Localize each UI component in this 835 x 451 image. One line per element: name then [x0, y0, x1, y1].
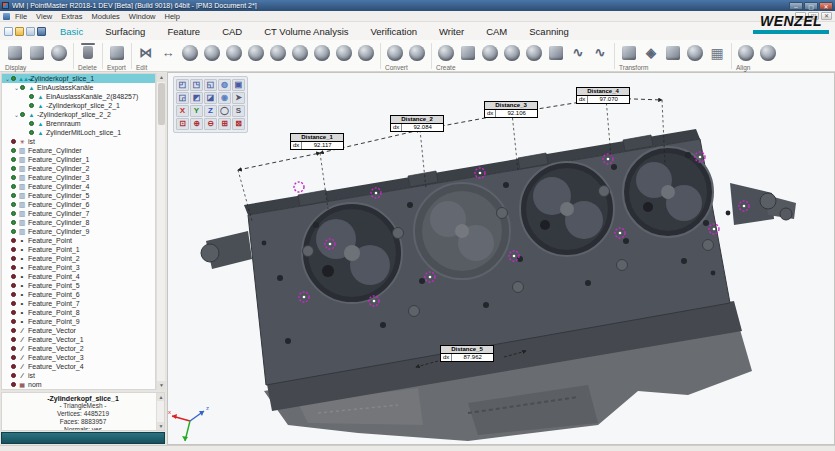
refine-mesh-icon[interactable]: [268, 43, 288, 63]
visibility-icon[interactable]: [11, 319, 16, 324]
tab-cam[interactable]: CAM: [486, 26, 507, 37]
visibility-icon[interactable]: [11, 166, 16, 171]
tree-item-feature-vector-1[interactable]: ∕Feature_Vector_1: [2, 335, 155, 344]
visibility-icon[interactable]: [29, 121, 34, 126]
collapsed-panel-bar[interactable]: [1, 432, 165, 444]
visibility-icon[interactable]: [11, 328, 16, 333]
menu-extras[interactable]: Extras: [61, 12, 82, 21]
tab-scanning[interactable]: Scanning: [529, 26, 569, 37]
view-bottom-icon[interactable]: ◩: [190, 92, 203, 104]
tab-basic[interactable]: Basic: [60, 26, 83, 37]
visibility-icon[interactable]: [11, 148, 16, 153]
visibility-icon[interactable]: [11, 229, 16, 234]
tree-item-feature-cylinder-6[interactable]: ▥Feature_Cylinder_6: [2, 200, 155, 209]
visibility-icon[interactable]: [11, 139, 16, 144]
tree-item-feature-cylinder-1[interactable]: ▥Feature_Cylinder_1: [2, 155, 155, 164]
tree-item--zylinderkopf-slice-2-1[interactable]: ▲-Zylinderkopf_slice_2_1: [2, 101, 155, 110]
visibility-icon[interactable]: [11, 247, 16, 252]
expander-icon[interactable]: ⌄: [13, 84, 20, 91]
visibility-icon[interactable]: [11, 283, 16, 288]
menu-file[interactable]: File: [15, 12, 27, 21]
visibility-icon[interactable]: [11, 310, 16, 315]
create-cylinder-icon[interactable]: [524, 43, 544, 63]
tree-item-ist[interactable]: ✳ist: [2, 137, 155, 146]
tree-item-feature-point-7[interactable]: •Feature_Point_7: [2, 299, 155, 308]
align-bestfit-icon[interactable]: [736, 43, 756, 63]
visibility-icon[interactable]: [11, 256, 16, 261]
rotate-diamond-icon[interactable]: ◈: [641, 43, 661, 63]
menu-view[interactable]: View: [36, 12, 52, 21]
tree-item-feature-point-1[interactable]: •Feature_Point_1: [2, 245, 155, 254]
tree-item-feature-cylinder-7[interactable]: ▥Feature_Cylinder_7: [2, 209, 155, 218]
view-screen-icon[interactable]: ▣: [232, 79, 245, 91]
visibility-icon[interactable]: [11, 373, 16, 378]
visibility-icon[interactable]: [11, 175, 16, 180]
zoom-previous-icon[interactable]: ⊠: [232, 118, 245, 130]
axis-z-icon[interactable]: Z: [204, 105, 217, 117]
tree-item-feature-cylinder-4[interactable]: ▥Feature_Cylinder_4: [2, 182, 155, 191]
axis-y-icon[interactable]: Y: [190, 105, 203, 117]
view-front-icon[interactable]: ◰: [176, 79, 189, 91]
new-document-icon[interactable]: [4, 27, 13, 36]
expander-icon[interactable]: ⌄: [13, 111, 20, 118]
view-section-icon[interactable]: S: [232, 105, 245, 117]
scroll-down-icon[interactable]: ▼: [157, 381, 166, 390]
visibility-icon[interactable]: [11, 355, 16, 360]
tree-item-feature-point-6[interactable]: •Feature_Point_6: [2, 290, 155, 299]
create-sphere-icon[interactable]: [436, 43, 456, 63]
tab-ct-volume-analysis[interactable]: CT Volume Analysis: [264, 26, 348, 37]
export-file-icon[interactable]: [107, 43, 127, 63]
tree-item-feature-vector-3[interactable]: ∕Feature_Vector_3: [2, 353, 155, 362]
visibility-icon[interactable]: [11, 238, 16, 243]
display-mode-icon[interactable]: [5, 43, 25, 63]
zoom-fit-icon[interactable]: ⊡: [176, 118, 189, 130]
sharpen-mesh-icon[interactable]: [202, 43, 222, 63]
align-coordinate-icon[interactable]: [758, 43, 778, 63]
tree-item-feature-cylinder-9[interactable]: ▥Feature_Cylinder_9: [2, 227, 155, 236]
mirror-object-icon[interactable]: [685, 43, 705, 63]
delete-trash-icon[interactable]: [78, 43, 98, 63]
point-size-icon[interactable]: [49, 43, 69, 63]
view-top-icon[interactable]: ◲: [176, 92, 189, 104]
create-box-icon[interactable]: [546, 43, 566, 63]
visibility-icon[interactable]: [29, 103, 34, 108]
tree-item-zylindermitloch-slice-1[interactable]: ▲ZylinderMitLoch_slice_1: [2, 128, 155, 137]
tree-item-feature-cylinder-5[interactable]: ▥Feature_Cylinder_5: [2, 191, 155, 200]
scroll-thumb[interactable]: [158, 83, 165, 125]
section-mesh-icon[interactable]: [290, 43, 310, 63]
info-scroll-up-icon[interactable]: ▲: [157, 393, 165, 401]
visibility-icon[interactable]: [20, 85, 25, 90]
menu-modules[interactable]: Modules: [91, 12, 119, 21]
view-back-icon[interactable]: ◳: [190, 79, 203, 91]
menu-help[interactable]: Help: [165, 12, 180, 21]
visibility-icon[interactable]: [11, 157, 16, 162]
offset-mesh-icon[interactable]: [246, 43, 266, 63]
tree-item-feature-point-8[interactable]: •Feature_Point_8: [2, 308, 155, 317]
cylinder-bore-3[interactable]: [520, 162, 614, 256]
visibility-icon[interactable]: [29, 130, 34, 135]
tab-feature[interactable]: Feature: [167, 26, 200, 37]
tree-item-feature-point-5[interactable]: •Feature_Point_5: [2, 281, 155, 290]
tree-item-feature-point-2[interactable]: •Feature_Point_2: [2, 254, 155, 263]
tree-item-einauslasskan-le-2-848257-[interactable]: ▲EinAuslassKanäle_2(848257): [2, 92, 155, 101]
visibility-icon[interactable]: [29, 94, 34, 99]
title-bar[interactable]: WM | PointMaster R2018-1 DEV [Beta] (Bui…: [0, 0, 835, 11]
info-scrollbar[interactable]: ▲ ▼: [156, 393, 164, 430]
dimension-annotation-distance-4[interactable]: Distance_4dx97.070: [576, 87, 630, 104]
open-file-icon[interactable]: [15, 27, 24, 36]
fan-triangles-icon[interactable]: ⋈: [136, 43, 156, 63]
create-plane-icon[interactable]: [458, 43, 478, 63]
create-cone-icon[interactable]: [480, 43, 500, 63]
tree-item-feature-vector[interactable]: ∕Feature_Vector: [2, 326, 155, 335]
info-scroll-down-icon[interactable]: ▼: [157, 422, 165, 430]
visibility-icon[interactable]: [11, 364, 16, 369]
tree-item-einauslasskan-le[interactable]: ⌄▲EinAuslassKanäle: [2, 83, 155, 92]
create-polyline-icon[interactable]: ∿: [590, 43, 610, 63]
tree-item-feature-point-3[interactable]: •Feature_Point_3: [2, 263, 155, 272]
visibility-icon[interactable]: [11, 265, 16, 270]
save-document-icon[interactable]: [37, 27, 46, 36]
cad-model-cylinder-head[interactable]: [201, 129, 796, 441]
tree-item-feature-vector-2[interactable]: ∕Feature_Vector_2: [2, 344, 155, 353]
visibility-icon[interactable]: [11, 382, 16, 387]
convert-to-points-icon[interactable]: [385, 43, 405, 63]
